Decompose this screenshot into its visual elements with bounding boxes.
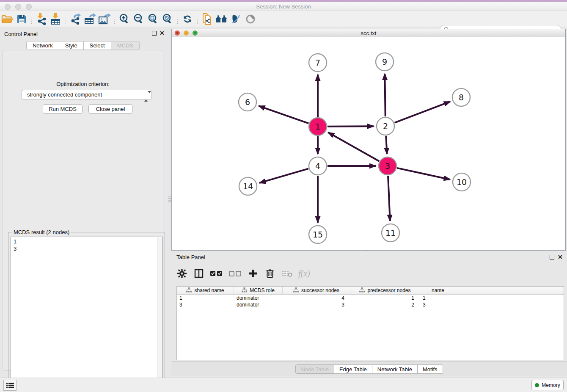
graph-node-label: 3 [385,161,390,171]
graph-edge-2-8[interactable] [395,102,450,123]
table-cell-successor-nodes[interactable]: 3 [283,301,350,308]
graph-node-label: 15 [313,230,323,239]
graph-node-label: 9 [382,57,387,66]
birdseye-icon[interactable] [243,12,258,26]
memory-label: Memory [542,382,560,388]
table-row[interactable]: 3dominator323 [177,301,564,308]
function-builder-icon[interactable]: f(x) [298,267,310,280]
tab-node-table[interactable]: Node Table [295,364,334,374]
clone-network-icon[interactable] [200,12,215,26]
graph-node-label: 2 [383,121,388,131]
graph-node-label: 4 [315,161,320,171]
settings-gear-icon[interactable] [176,267,187,280]
zoom-out-icon[interactable] [132,12,146,26]
tab-motifs[interactable]: Motifs [418,364,443,374]
table-cell-predecessor-nodes[interactable]: 1 [350,295,420,301]
list-icon [6,382,14,388]
toolbar-separator [114,13,115,25]
criterion-dropdown[interactable]: strongly connected component [22,90,152,100]
export-table-icon[interactable] [83,12,97,26]
zoom-fit-icon[interactable] [146,12,160,26]
close-panel-icon[interactable]: ✕ [160,30,165,36]
tab-style[interactable]: Style [59,41,84,50]
column-header-successor-nodes[interactable]: successor nodes [283,287,350,294]
graph-edge-2-9[interactable] [385,74,385,116]
close-table-panel-icon[interactable]: ✕ [558,254,563,260]
graph-node-label: 7 [315,58,320,67]
close-panel-button[interactable]: Close panel [88,104,132,114]
toolbar-separator [31,13,32,25]
status-bar: Memory [0,378,567,392]
edit-attribute-icon [293,287,299,294]
result-scrollbar[interactable] [157,237,162,391]
refresh-icon[interactable] [180,12,195,26]
export-image-icon[interactable] [97,12,112,26]
column-header-label: predecessor nodes [367,287,410,293]
table-cell-MCDS-role[interactable]: dominator [234,301,283,308]
import-network-icon[interactable] [34,12,49,26]
graph-edge-2-3[interactable] [386,136,387,154]
delete-column-icon[interactable] [264,267,275,280]
node-table-body: 1dominator4113dominator323 [177,295,564,308]
graph-edge-4-14[interactable] [259,168,308,183]
delete-table-icon[interactable] [281,267,292,280]
graph-node-label: 14 [243,182,253,191]
tab-edge-table[interactable]: Edge Table [334,364,372,374]
tab-network-table[interactable]: Network Table [372,364,418,374]
task-history-button[interactable] [3,380,17,391]
save-icon[interactable] [14,12,29,26]
unselect-all-columns-icon[interactable] [229,267,242,280]
export-network-icon[interactable] [69,12,83,26]
graph-edge-1-6[interactable] [259,106,308,123]
column-header-shared-name[interactable]: shared name [177,287,234,294]
float-table-panel-icon[interactable] [550,255,554,259]
column-header-label: successor nodes [301,287,339,293]
mcds-tab-content: Optimization criterion: strongly connect… [3,50,163,371]
select-all-columns-icon[interactable] [210,267,223,280]
tab-select[interactable]: Select [84,41,111,50]
table-cell-predecessor-nodes[interactable]: 2 [350,301,420,308]
control-panel-tabs: NetworkStyleSelectMCDS [0,41,166,50]
network-graph-canvas[interactable]: 1234678910111415 [172,38,565,251]
window-title: Session: New Session [0,3,567,10]
table-cell-shared-name[interactable]: 3 [177,301,234,308]
memory-button[interactable]: Memory [531,380,564,390]
graph-edge-3-10[interactable] [397,168,450,179]
column-layout-icon[interactable] [193,267,204,280]
vizmap-icon[interactable] [229,12,243,26]
table-cell-successor-nodes[interactable]: 4 [283,295,350,301]
table-panel: Table Panel ✕ f(x) shared nameMCDS roles… [171,252,567,377]
node-table-header: shared nameMCDS rolesuccessor nodesprede… [177,287,564,295]
table-toolbar: f(x) [176,265,310,282]
zoom-in-icon[interactable] [117,12,132,26]
run-mcds-button[interactable]: Run MCDS [43,104,83,114]
graph-edge-3-11[interactable] [388,176,390,221]
table-cell-name[interactable]: 1 [420,295,456,301]
add-column-icon[interactable] [248,267,259,280]
import-table-icon[interactable] [49,12,63,26]
column-header-MCDS-role[interactable]: MCDS role [234,287,283,294]
column-header-predecessor-nodes[interactable]: predecessor nodes [350,287,420,294]
criterion-value: strongly connected component [27,91,102,98]
zoom-selected-icon[interactable] [160,12,175,26]
network-window-titlebar[interactable]: x − + scc.txt [172,29,565,37]
mcds-result-text[interactable]: 1 3 [11,237,162,392]
column-header-label: MCDS role [250,287,275,293]
graph-node-label: 8 [459,93,464,102]
vertical-splitter-grip[interactable] [168,196,171,203]
float-panel-icon[interactable] [152,31,157,36]
table-cell-shared-name[interactable]: 1 [177,295,234,301]
table-cell-name[interactable]: 3 [420,301,456,308]
tab-network[interactable]: Network [26,41,59,50]
column-header-name[interactable]: name [420,287,456,294]
graph-node-label: 11 [385,228,396,237]
open-folder-icon[interactable] [0,12,14,26]
graph-edge-3-1[interactable] [328,133,379,161]
table-row[interactable]: 1dominator411 [177,295,564,301]
table-cell-MCDS-role[interactable]: dominator [234,295,283,301]
toolbar-separator [197,13,198,25]
tab-mcds[interactable]: MCDS [111,41,140,50]
graph-edge-1-2[interactable] [328,126,374,127]
column-header-label: name [432,287,444,293]
ndex-home-icon[interactable] [215,12,229,26]
